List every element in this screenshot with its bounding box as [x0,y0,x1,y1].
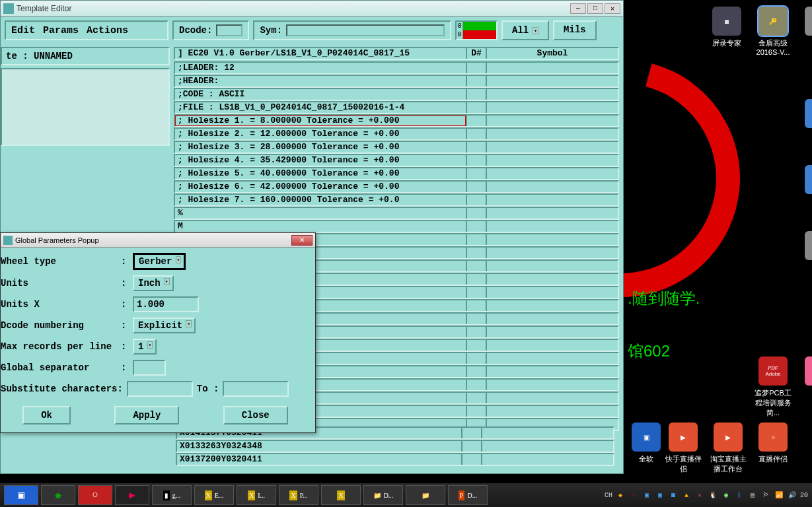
tray-icon[interactable]: ▣ [642,490,652,500]
desktop-icon-screenrec[interactable]: ◙ 屏录专家 [707,7,747,48]
maximize-button[interactable]: □ [587,3,603,14]
tray-icon[interactable]: ◙ [668,490,679,500]
desktop-icon-pdf[interactable]: PDFAdobe 追梦PCB工程培训服务简... [753,356,793,418]
table-row[interactable]: ; Holesize 7. = 160.000000 Tolerance = +… [174,193,619,207]
desktop-icon-jindun[interactable]: 🔑 金盾高级2016S-V... [753,7,793,56]
table-row[interactable]: X0133263Y0324348 [176,440,614,453]
table-row[interactable]: ;CODE : ASCII [174,88,619,101]
table-row[interactable]: ; Holesize 3. = 28.000000 Tolerance = +0… [174,141,619,154]
desktop-icon-taobao[interactable]: ▶ 淘宝直播主播工作台 [708,422,748,474]
minimize-button[interactable]: — [570,3,586,14]
table-row[interactable]: ;LEADER: 12 [174,61,619,75]
desktop-icon-ks[interactable]: ▶ 快手直播伴侣 [663,422,703,474]
tb-ppt[interactable]: PD... [448,485,488,505]
subst-from-input[interactable] [127,381,193,397]
units-label: Units [1,278,117,288]
tray-icon[interactable]: ◉ [721,490,731,500]
table-row[interactable]: ; Holesize 5. = 40.000000 Tolerance = +0… [174,167,619,180]
table-row[interactable]: % [174,207,619,220]
tray-icon[interactable]: ▣ [655,490,665,500]
taskbar: ▣ ❋ ○ ▶ ▮g... XE... XI... XP... X 📁D... … [0,483,812,507]
global-sep-input[interactable] [133,360,166,376]
table-row[interactable]: ; Holesize 6. = 42.000000 Tolerance = +0… [174,180,619,193]
system-tray: CH ◆ ○ ▣ ▣ ◙ ▲ ✕ 🐧 ◉ ᛒ ▤ 🏳 📶 🔊 20 [605,490,808,500]
desktop-text-1: .随到随学. [628,288,700,309]
tray-icon[interactable]: ✕ [694,490,705,500]
menu-params[interactable]: Params [43,25,79,36]
window-title: Template Editor [17,4,570,13]
desktop-text-2: 馆602 [628,341,670,362]
tray-icon[interactable]: ◆ [615,490,626,500]
ok-button[interactable]: Ok [22,406,71,424]
tray-icon[interactable]: 🏳 [760,490,771,500]
units-x-input[interactable] [133,296,199,312]
dcode-input[interactable] [216,24,242,36]
icon-label: 直播伴侣 [758,454,788,464]
tray-qq-icon[interactable]: 🐧 [708,490,718,500]
window-icon [3,3,14,14]
sym-field: Sym: [253,20,451,40]
tb-app-i[interactable]: XI... [237,485,276,505]
tray-time[interactable]: 20 [800,492,808,499]
tray-icon[interactable]: ▤ [747,490,758,500]
tray-icon[interactable]: ○ [628,490,639,500]
close-button[interactable]: ✕ [605,3,620,14]
desktop-icon-zhibo[interactable]: ○ 直播伴侣 [753,422,793,464]
desktop-icon-net[interactable]: e 网 [799,99,812,141]
tb-app-p[interactable]: XP... [279,485,318,505]
subst-label: Substitute characters: [1,384,123,394]
dcode-numbering-dropdown[interactable]: Explicit [133,318,196,333]
icon-label: 屏录专家 [712,38,741,48]
sym-input[interactable] [286,24,445,36]
max-records-dropdown[interactable]: 1 [133,339,157,355]
tray-network-icon[interactable]: 📶 [774,490,784,500]
icon-label: 全软 [639,454,653,464]
tb-terminal[interactable]: ▮g... [152,485,192,505]
apply-button[interactable]: Apply [114,406,179,424]
table-row[interactable]: M [174,220,619,233]
close-button[interactable]: Close [223,406,288,424]
table-row[interactable]: ; Holesize 4. = 35.429000 Tolerance = +0… [174,154,619,167]
table-row[interactable]: X0137200Y0320411 [176,453,614,466]
desktop-icon-quan[interactable]: ▣ 全软 [626,422,666,464]
desktop-icon-spec[interactable]: 专 [799,7,812,36]
icon-label: 快手直播伴侣 [663,454,703,474]
tray-lang[interactable]: CH [605,492,612,499]
table-row[interactable]: ;FILE : LS1B_V1_0_P024014C_0817_15002016… [174,101,619,114]
wheel-type-label: Wheel type [1,256,117,267]
popup-close-button[interactable]: ✕ [291,235,313,246]
desktop-icon-bili[interactable]: ▶ 哔 [799,356,812,398]
all-button[interactable]: All ▾ [501,20,549,40]
dropdown-icon: ▾ [533,27,538,34]
popup-titlebar[interactable]: Global Parameters Popup ✕ [1,233,315,248]
dcode-label: Dcode: [179,25,212,36]
tb-folder-d[interactable]: 📁D... [363,485,403,505]
tb-app-4[interactable]: ▶ [115,485,149,505]
table-row[interactable]: ; Holesize 1. = 8.000000 Tolerance = +0.… [174,114,619,127]
subst-to-input[interactable] [223,381,289,397]
table-row[interactable]: ;HEADER: [174,75,619,88]
desktop-icon-net2[interactable]: e 网 [799,165,812,207]
table-row[interactable]: ; Holesize 2. = 12.000000 Tolerance = +0… [174,127,619,141]
menu-actions[interactable]: Actions [87,25,128,36]
tb-app-5[interactable]: X [321,485,361,505]
icon-label: 金盾高级2016S-V... [753,38,793,56]
tb-wechat-icon[interactable]: ❋ [41,485,75,505]
units-dropdown[interactable]: Inch [133,275,174,291]
status-red [463,30,496,39]
tb-app-3[interactable]: ○ [78,485,112,505]
icon-label: 淘宝直播主播工作台 [708,454,748,474]
tray-volume-icon[interactable]: 🔊 [787,490,797,500]
tray-bluetooth-icon[interactable]: ᛒ [734,490,745,500]
tb-folder-2[interactable]: 📁 [406,485,445,505]
tb-app-1[interactable]: ▣ [4,485,38,505]
titlebar[interactable]: Template Editor — □ ✕ [1,1,623,17]
tb-app-e[interactable]: XE... [194,485,234,505]
menu-edit[interactable]: Edit [11,25,35,36]
wheel-type-dropdown[interactable]: Gerber [133,253,186,270]
desktop-icon-pei[interactable]: ▤ 培 [799,231,812,273]
mils-button[interactable]: Mils [553,20,597,40]
tray-icon[interactable]: ▲ [681,490,692,500]
template-name-label: te : UNNAMED [1,47,170,65]
status-box: 0 0 [455,20,498,40]
